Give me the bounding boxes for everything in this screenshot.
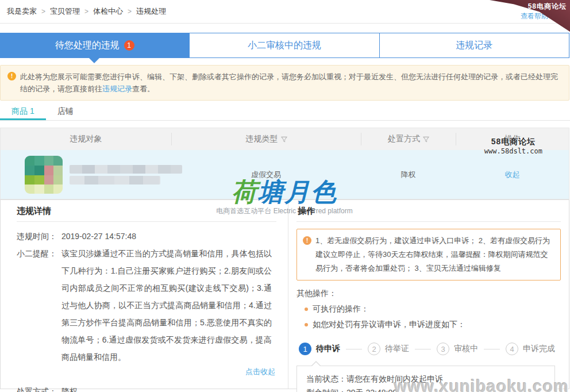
column-header-object-label: 违规对象 — [70, 134, 102, 144]
click-to-collapse-link[interactable]: 点击收起 — [245, 367, 275, 376]
violation-time-row: 违规时间： 2019-02-27 14:57:48 — [1, 228, 288, 245]
other-operations-label: 其他操作： — [296, 289, 569, 299]
reminder-label: 小二提醒： — [17, 245, 61, 366]
column-header-action-label: 操作 — [504, 134, 521, 144]
current-state-row: 当前状态： 请您在有效时间内发起申诉 — [306, 372, 545, 386]
subtab-shop[interactable]: 店铺 — [46, 103, 85, 120]
punishment-cell: 降权 — [361, 170, 456, 180]
tab-pending-violations[interactable]: 待您处理的违规 1 — [0, 33, 189, 58]
step-number: 3 — [437, 343, 449, 355]
violation-object-cell — [1, 156, 171, 194]
column-header-punishment-label: 处置方式 — [388, 134, 420, 144]
appeal-progress-steps: 1 待申诉 2 待举证 3 审核中 4 申诉完成 — [299, 343, 555, 355]
operation-item: 可执行的操作： — [305, 304, 569, 314]
collapse-row-link[interactable]: 收起 — [505, 170, 520, 179]
violation-records-link[interactable]: 违规记录 — [102, 84, 132, 93]
column-header-action: 操作 — [456, 133, 569, 145]
operation-item: 如您对处罚有异议请申诉，申诉进度如下： — [305, 320, 569, 330]
operation-item-text: 如您对处罚有异议请申诉，申诉进度如下： — [313, 320, 465, 330]
reminder-text: 该宝贝涉嫌通过不正当的方式提高销量和信用，具体包括以下几种行为：1.自己注册买家… — [61, 245, 272, 366]
action-cell: 收起 — [456, 170, 569, 180]
breadcrumb-item-violation-handling[interactable]: 违规处理 — [136, 6, 166, 17]
detail-left-column: 违规详情 违规时间： 2019-02-27 14:57:48 小二提醒： 该宝贝… — [1, 200, 288, 389]
step-number: 2 — [368, 343, 380, 355]
column-header-punishment: 处置方式 — [361, 133, 456, 145]
violation-type-cell: 虚假交易 — [171, 170, 361, 180]
step-label: 待申诉 — [316, 344, 340, 354]
exclamation-icon: ! — [7, 72, 16, 80]
punishment-label: 处置方式： — [17, 383, 61, 392]
violation-time-label: 违规时间： — [17, 228, 61, 245]
step-appeal-complete: 4 申诉完成 — [506, 343, 555, 355]
breadcrumb: 我是卖家 > 宝贝管理 > 体检中心 > 违规处理 — [0, 0, 570, 24]
remaining-time-label: 剩余时间： — [306, 386, 346, 392]
bullet-dot-icon — [305, 308, 308, 311]
violation-handling-page: 我是卖家 > 宝贝管理 > 体检中心 > 违规处理 查看帮助 58电商论坛 待您… — [0, 0, 570, 392]
breadcrumb-item-item-management[interactable]: 宝贝管理 — [50, 6, 80, 17]
appeal-status-box: 当前状态： 请您在有效时间内发起申诉 剩余时间： 29天 22:48:00 当前… — [296, 366, 555, 392]
blurred-product-image[interactable] — [25, 156, 63, 194]
violation-row: 虚假交易 降权 收起 — [1, 150, 569, 199]
status-box-caret — [311, 361, 321, 366]
filter-funnel-icon[interactable] — [423, 136, 429, 143]
step-awaiting-evidence: 2 待举证 — [368, 343, 409, 355]
step-label: 审核中 — [454, 344, 478, 354]
remaining-time-row: 剩余时间： 29天 22:48:00 — [306, 386, 545, 392]
active-tab-pointer — [89, 58, 99, 63]
violation-table: 违规对象 违规类型 处置方式 操作 — [0, 128, 569, 199]
punishment-value: 降权 — [61, 383, 288, 392]
step-under-review: 3 审核中 — [437, 343, 478, 355]
collapse-detail-row: 点击收起 — [1, 367, 275, 377]
tab-pending-label: 待您处理的违规 — [55, 40, 120, 52]
blurred-product-title — [70, 165, 182, 185]
detail-right-title: 操作 — [298, 206, 569, 217]
step-number: 1 — [299, 343, 311, 355]
current-state-value: 请您在有效时间内发起申诉 — [346, 372, 443, 386]
column-header-type: 违规类型 — [171, 133, 361, 145]
notice-text-after: 查看。 — [132, 84, 155, 93]
tab-records-label: 违规记录 — [456, 40, 492, 52]
remaining-time-value: 29天 22:48:00 — [346, 386, 397, 392]
column-header-type-label: 违规类型 — [246, 134, 278, 144]
breadcrumb-separator: > — [41, 7, 45, 16]
operation-item-text: 可执行的操作： — [313, 304, 369, 314]
column-header-object: 违规对象 — [1, 133, 171, 145]
tab-under-review-violations[interactable]: 小二审核中的违规 — [189, 33, 379, 58]
reminder-row: 小二提醒： 该宝贝涉嫌通过不正当的方式提高销量和信用，具体包括以下几种行为：1.… — [1, 245, 288, 366]
breadcrumb-separator: > — [128, 7, 132, 16]
bullet-dot-icon — [305, 323, 308, 326]
title-underline — [17, 221, 276, 222]
notice-banner: ! 此处将为您展示可能需要您进行申诉、编辑、下架、删除或者其它操作的记录，请您务… — [0, 65, 569, 101]
breadcrumb-item-seller-center[interactable]: 我是卖家 — [7, 6, 37, 17]
exclamation-icon: ! — [303, 236, 311, 245]
step-number: 4 — [506, 343, 518, 355]
violation-time-value: 2019-02-27 14:57:48 — [61, 228, 288, 245]
main-tabs: 待您处理的违规 1 小二审核中的违规 违规记录 — [0, 33, 569, 58]
category-subtabs: 商品 1 店铺 — [0, 103, 570, 121]
breadcrumb-separator: > — [84, 7, 88, 16]
step-connector — [484, 349, 500, 349]
title-underline — [296, 221, 561, 222]
current-state-label: 当前状态： — [306, 372, 346, 386]
subtab-goods[interactable]: 商品 1 — [0, 103, 46, 120]
advice-box: ! 1、若无虚假交易行为，建议通过申诉入口申诉； 2、若有虚假交易行为建议立即停… — [296, 229, 561, 280]
detail-right-column: 操作 ! 1、若无虚假交易行为，建议通过申诉入口申诉； 2、若有虚假交易行为建议… — [288, 200, 569, 389]
violation-detail-panel: 违规详情 违规时间： 2019-02-27 14:57:48 小二提醒： 该宝贝… — [0, 199, 569, 389]
filter-funnel-icon[interactable] — [281, 136, 287, 143]
step-label: 待举证 — [385, 344, 409, 354]
tab-under-review-label: 小二审核中的违规 — [248, 40, 321, 52]
step-label: 申诉完成 — [523, 344, 555, 354]
pending-count-badge: 1 — [124, 40, 134, 51]
step-connector — [346, 349, 362, 349]
tab-violation-records[interactable]: 违规记录 — [380, 33, 569, 58]
step-connector — [415, 349, 431, 349]
detail-left-title: 违规详情 — [17, 206, 288, 217]
punishment-row: 处置方式： 降权 — [1, 383, 288, 392]
step-awaiting-appeal: 1 待申诉 — [299, 343, 340, 355]
notice-text-before: 此处将为您展示可能需要您进行申诉、编辑、下架、删除或者其它操作的记录，请您务必加… — [20, 72, 558, 93]
breadcrumb-item-health-center[interactable]: 体检中心 — [93, 6, 123, 17]
table-header-row: 违规对象 违规类型 处置方式 操作 — [1, 128, 569, 150]
advice-text: 1、若无虚假交易行为，建议通过申诉入口申诉； 2、若有虚假交易行为建议立即停止，… — [315, 236, 550, 272]
